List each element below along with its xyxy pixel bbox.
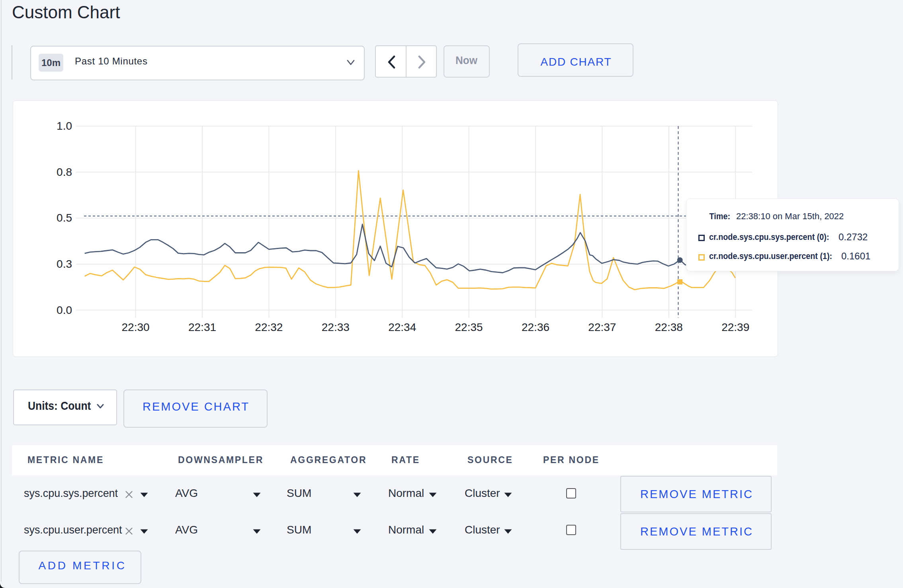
- svg-text:22:39: 22:39: [721, 321, 749, 333]
- svg-text:22:34: 22:34: [388, 321, 416, 333]
- svg-text:22:30: 22:30: [122, 321, 150, 333]
- svg-text:0.8: 0.8: [57, 166, 72, 178]
- svg-text:0.5: 0.5: [57, 212, 72, 224]
- svg-text:0.3: 0.3: [57, 258, 72, 270]
- svg-text:22:36: 22:36: [522, 321, 549, 333]
- svg-text:22:37: 22:37: [588, 321, 616, 333]
- svg-text:22:31: 22:31: [188, 321, 216, 333]
- svg-text:0.0: 0.0: [57, 304, 72, 316]
- svg-text:22:32: 22:32: [255, 321, 283, 333]
- svg-text:1.0: 1.0: [57, 120, 72, 132]
- svg-text:22:38: 22:38: [655, 321, 683, 333]
- svg-text:22:33: 22:33: [322, 321, 350, 333]
- svg-text:22:35: 22:35: [455, 321, 483, 333]
